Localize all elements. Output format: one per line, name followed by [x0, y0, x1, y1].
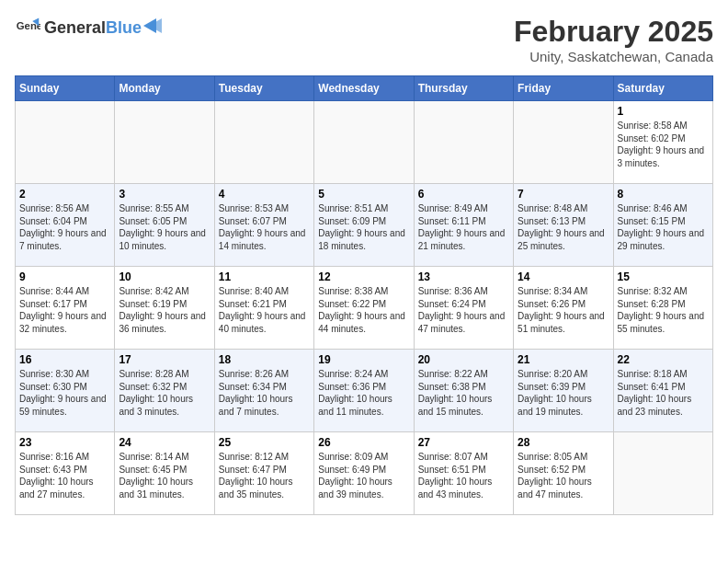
day-info: Sunrise: 8:32 AM Sunset: 6:28 PM Dayligh…	[618, 285, 709, 335]
calendar-day-cell: 6Sunrise: 8:49 AM Sunset: 6:11 PM Daylig…	[414, 184, 513, 267]
day-info: Sunrise: 8:05 AM Sunset: 6:52 PM Dayligh…	[518, 451, 609, 500]
calendar-day-cell	[514, 101, 613, 184]
day-info: Sunrise: 8:48 AM Sunset: 6:13 PM Dayligh…	[518, 202, 609, 252]
day-info: Sunrise: 8:44 AM Sunset: 6:17 PM Dayligh…	[19, 285, 110, 335]
logo-arrow-icon	[143, 18, 162, 33]
day-info: Sunrise: 8:49 AM Sunset: 6:11 PM Dayligh…	[418, 202, 509, 252]
calendar-day-cell: 27Sunrise: 8:07 AM Sunset: 6:51 PM Dayli…	[414, 432, 513, 515]
day-number: 16	[19, 353, 110, 366]
day-number: 7	[518, 188, 609, 201]
calendar-day-cell	[314, 101, 414, 184]
logo-blue: Blue	[106, 18, 142, 38]
day-number: 21	[518, 353, 609, 366]
day-info: Sunrise: 8:20 AM Sunset: 6:39 PM Dayligh…	[518, 368, 609, 418]
page-header: General GeneralBlue February 2025 Unity,…	[15, 15, 713, 64]
calendar-day-cell: 28Sunrise: 8:05 AM Sunset: 6:52 PM Dayli…	[514, 432, 613, 515]
calendar-day-cell: 8Sunrise: 8:46 AM Sunset: 6:15 PM Daylig…	[613, 184, 712, 267]
calendar-subtitle: Unity, Saskatchewan, Canada	[514, 49, 713, 64]
calendar-day-cell: 4Sunrise: 8:53 AM Sunset: 6:07 PM Daylig…	[214, 184, 313, 267]
day-info: Sunrise: 8:16 AM Sunset: 6:43 PM Dayligh…	[19, 451, 110, 500]
day-number: 18	[219, 353, 310, 366]
calendar-week-row: 23Sunrise: 8:16 AM Sunset: 6:43 PM Dayli…	[16, 432, 713, 515]
day-info: Sunrise: 8:30 AM Sunset: 6:30 PM Dayligh…	[19, 368, 110, 418]
day-info: Sunrise: 8:34 AM Sunset: 6:26 PM Dayligh…	[518, 285, 609, 335]
calendar-day-cell	[16, 101, 115, 184]
calendar-day-cell: 25Sunrise: 8:12 AM Sunset: 6:47 PM Dayli…	[214, 432, 313, 515]
day-info: Sunrise: 8:36 AM Sunset: 6:24 PM Dayligh…	[418, 285, 509, 335]
calendar-title: February 2025	[514, 15, 713, 49]
weekday-header: Friday	[514, 76, 613, 101]
day-info: Sunrise: 8:07 AM Sunset: 6:51 PM Dayligh…	[418, 451, 509, 500]
calendar-table: SundayMondayTuesdayWednesdayThursdayFrid…	[15, 75, 713, 515]
day-number: 13	[418, 270, 509, 283]
calendar-day-cell: 19Sunrise: 8:24 AM Sunset: 6:36 PM Dayli…	[314, 350, 414, 432]
day-number: 20	[418, 353, 509, 366]
day-number: 23	[19, 436, 110, 449]
day-info: Sunrise: 8:14 AM Sunset: 6:45 PM Dayligh…	[119, 451, 210, 500]
logo: General GeneralBlue	[15, 15, 162, 40]
calendar-day-cell	[613, 432, 712, 515]
weekday-header: Sunday	[16, 76, 115, 101]
weekday-header: Thursday	[414, 76, 513, 101]
calendar-week-row: 2Sunrise: 8:56 AM Sunset: 6:04 PM Daylig…	[16, 184, 713, 267]
calendar-day-cell: 12Sunrise: 8:38 AM Sunset: 6:22 PM Dayli…	[314, 267, 414, 350]
weekday-header: Wednesday	[314, 76, 414, 101]
calendar-day-cell: 21Sunrise: 8:20 AM Sunset: 6:39 PM Dayli…	[514, 350, 613, 432]
calendar-week-row: 9Sunrise: 8:44 AM Sunset: 6:17 PM Daylig…	[16, 267, 713, 350]
calendar-header-row: SundayMondayTuesdayWednesdayThursdayFrid…	[16, 76, 713, 101]
day-info: Sunrise: 8:22 AM Sunset: 6:38 PM Dayligh…	[418, 368, 509, 418]
calendar-day-cell	[214, 101, 313, 184]
day-info: Sunrise: 8:18 AM Sunset: 6:41 PM Dayligh…	[618, 368, 709, 418]
day-number: 17	[119, 353, 210, 366]
day-number: 25	[219, 436, 310, 449]
day-number: 19	[318, 353, 409, 366]
day-number: 15	[618, 270, 709, 283]
day-number: 2	[19, 188, 110, 201]
day-number: 5	[318, 188, 409, 201]
day-number: 9	[19, 270, 110, 283]
day-info: Sunrise: 8:12 AM Sunset: 6:47 PM Dayligh…	[219, 451, 310, 500]
day-info: Sunrise: 8:28 AM Sunset: 6:32 PM Dayligh…	[119, 368, 210, 418]
calendar-day-cell: 23Sunrise: 8:16 AM Sunset: 6:43 PM Dayli…	[16, 432, 115, 515]
day-number: 22	[618, 353, 709, 366]
day-number: 4	[219, 188, 310, 201]
calendar-day-cell: 3Sunrise: 8:55 AM Sunset: 6:05 PM Daylig…	[115, 184, 214, 267]
calendar-week-row: 16Sunrise: 8:30 AM Sunset: 6:30 PM Dayli…	[16, 350, 713, 432]
day-info: Sunrise: 8:46 AM Sunset: 6:15 PM Dayligh…	[618, 202, 709, 252]
day-info: Sunrise: 8:58 AM Sunset: 6:02 PM Dayligh…	[618, 120, 709, 169]
day-info: Sunrise: 8:53 AM Sunset: 6:07 PM Dayligh…	[219, 202, 310, 252]
day-number: 12	[318, 270, 409, 283]
day-number: 1	[618, 105, 709, 118]
day-info: Sunrise: 8:38 AM Sunset: 6:22 PM Dayligh…	[318, 285, 409, 335]
calendar-day-cell	[115, 101, 214, 184]
weekday-header: Monday	[115, 76, 214, 101]
logo-icon: General	[15, 15, 40, 40]
calendar-day-cell: 11Sunrise: 8:40 AM Sunset: 6:21 PM Dayli…	[214, 267, 313, 350]
day-number: 28	[518, 436, 609, 449]
calendar-day-cell: 1Sunrise: 8:58 AM Sunset: 6:02 PM Daylig…	[613, 101, 712, 184]
day-number: 3	[119, 188, 210, 201]
calendar-day-cell: 26Sunrise: 8:09 AM Sunset: 6:49 PM Dayli…	[314, 432, 414, 515]
calendar-day-cell: 14Sunrise: 8:34 AM Sunset: 6:26 PM Dayli…	[514, 267, 613, 350]
day-number: 6	[418, 188, 509, 201]
day-number: 14	[518, 270, 609, 283]
calendar-day-cell: 15Sunrise: 8:32 AM Sunset: 6:28 PM Dayli…	[613, 267, 712, 350]
calendar-day-cell: 18Sunrise: 8:26 AM Sunset: 6:34 PM Dayli…	[214, 350, 313, 432]
calendar-day-cell: 10Sunrise: 8:42 AM Sunset: 6:19 PM Dayli…	[115, 267, 214, 350]
day-number: 26	[318, 436, 409, 449]
day-info: Sunrise: 8:09 AM Sunset: 6:49 PM Dayligh…	[318, 451, 409, 500]
calendar-day-cell: 9Sunrise: 8:44 AM Sunset: 6:17 PM Daylig…	[16, 267, 115, 350]
calendar-day-cell	[414, 101, 513, 184]
day-info: Sunrise: 8:42 AM Sunset: 6:19 PM Dayligh…	[119, 285, 210, 335]
day-info: Sunrise: 8:40 AM Sunset: 6:21 PM Dayligh…	[219, 285, 310, 335]
calendar-week-row: 1Sunrise: 8:58 AM Sunset: 6:02 PM Daylig…	[16, 101, 713, 184]
title-area: February 2025 Unity, Saskatchewan, Canad…	[514, 15, 713, 64]
day-info: Sunrise: 8:24 AM Sunset: 6:36 PM Dayligh…	[318, 368, 409, 418]
logo-general: General	[44, 18, 106, 38]
calendar-day-cell: 16Sunrise: 8:30 AM Sunset: 6:30 PM Dayli…	[16, 350, 115, 432]
weekday-header: Saturday	[613, 76, 712, 101]
calendar-day-cell: 22Sunrise: 8:18 AM Sunset: 6:41 PM Dayli…	[613, 350, 712, 432]
calendar-day-cell: 17Sunrise: 8:28 AM Sunset: 6:32 PM Dayli…	[115, 350, 214, 432]
day-number: 10	[119, 270, 210, 283]
day-number: 27	[418, 436, 509, 449]
